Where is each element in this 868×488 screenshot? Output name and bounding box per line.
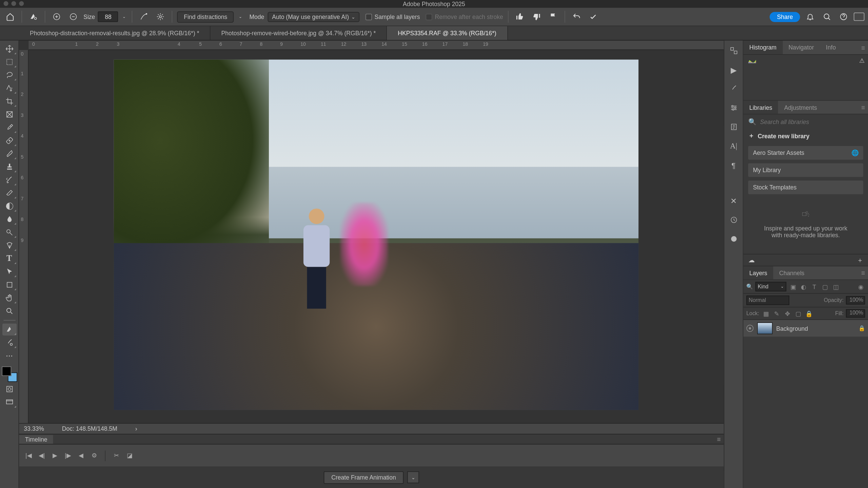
brush-dock-icon[interactable]	[728, 83, 739, 94]
sliders-dock-icon[interactable]	[728, 102, 739, 113]
fill-input[interactable]: 100%	[846, 309, 865, 318]
commit-icon[interactable]	[587, 10, 600, 23]
lasso-tool[interactable]	[2, 69, 16, 81]
lock-position-icon[interactable]: ✥	[783, 309, 791, 318]
layer-thumbnail[interactable]	[757, 322, 773, 334]
blur-tool[interactable]	[2, 213, 16, 225]
window-close-button[interactable]	[4, 1, 8, 6]
library-search-input[interactable]	[760, 119, 863, 125]
zoom-level[interactable]: 33.33%	[24, 425, 44, 432]
filter-search-icon[interactable]: 🔍	[746, 284, 753, 290]
path-select-tool[interactable]	[2, 266, 16, 278]
add-icon[interactable]: ＋	[857, 256, 863, 264]
brush-size-input[interactable]	[98, 11, 118, 22]
properties-dock-icon[interactable]	[728, 233, 739, 244]
ruler-horizontal[interactable]: 0 1 2 3 4 5 6 7 8 9 10 11 12 13 14 15 16…	[28, 41, 724, 50]
timeline-tab[interactable]: Timeline	[19, 435, 53, 444]
doc-size[interactable]: Doc: 148.5M/148.5M	[62, 425, 117, 432]
library-item-stock[interactable]: Stock Templates	[748, 181, 863, 194]
create-frame-dropdown[interactable]: ⌄	[407, 471, 419, 483]
actions-dock-icon[interactable]: ▶	[728, 64, 739, 75]
thumbs-up-icon[interactable]	[513, 10, 527, 23]
library-item-aero[interactable]: Aero Starter Assets🌐	[748, 146, 863, 160]
sample-all-layers-checkbox[interactable]	[366, 14, 372, 20]
opacity-input[interactable]: 100%	[846, 296, 865, 305]
mode-select[interactable]: Auto (May use generative AI)⌄	[268, 12, 360, 22]
quick-mask-icon[interactable]	[2, 383, 16, 395]
create-new-library-button[interactable]: ＋ Create new library	[748, 129, 863, 143]
split-icon[interactable]: ✂	[112, 451, 121, 460]
flag-icon[interactable]	[547, 10, 560, 23]
timeline-menu-icon[interactable]: ≡	[714, 435, 724, 443]
share-button[interactable]: Share	[770, 12, 800, 22]
filter-kind-select[interactable]: Kind⌄	[755, 282, 786, 291]
lock-pixels-icon[interactable]: ✎	[772, 309, 781, 318]
notifications-icon[interactable]	[804, 10, 817, 23]
navigator-tab[interactable]: Navigator	[783, 41, 820, 54]
foreground-color[interactable]	[1, 366, 11, 376]
adjustment-brush-tool[interactable]	[2, 337, 16, 348]
play-icon[interactable]: ▶	[50, 451, 60, 460]
healing-tool[interactable]	[2, 135, 16, 146]
filter-shape-icon[interactable]: ▢	[821, 282, 829, 291]
swatches-dock-icon[interactable]: ✕	[728, 196, 739, 206]
color-dock-icon[interactable]	[728, 45, 739, 56]
channels-tab[interactable]: Channels	[773, 266, 810, 280]
cloud-icon[interactable]: ☁	[748, 256, 755, 264]
layer-row-background[interactable]: Background 🔒	[744, 320, 868, 337]
edit-toolbar[interactable]: ⋯	[2, 350, 16, 362]
thumbs-down-icon[interactable]	[530, 10, 543, 23]
histogram-tab[interactable]: Histogram	[744, 41, 783, 54]
history-brush-tool[interactable]	[2, 174, 16, 186]
crop-tool[interactable]	[2, 95, 16, 107]
shape-tool[interactable]	[2, 279, 16, 291]
layers-tab[interactable]: Layers	[744, 266, 773, 280]
zoom-tool[interactable]	[2, 305, 16, 317]
filter-toggle-icon[interactable]: ◉	[857, 282, 865, 291]
lock-artboard-icon[interactable]: ▢	[794, 309, 802, 318]
panel-menu-icon[interactable]: ≡	[858, 101, 868, 114]
screen-mode-icon[interactable]	[2, 396, 16, 408]
hand-tool[interactable]	[2, 292, 16, 304]
character-dock-icon[interactable]: A|	[728, 141, 739, 151]
ruler-vertical[interactable]: 0 1 2 3 4 5 6 7 8 9	[19, 50, 28, 423]
brush-tool[interactable]	[2, 148, 16, 160]
remove-tool[interactable]	[2, 324, 16, 336]
find-distractions-dropdown[interactable]: ⌄	[237, 12, 243, 21]
filter-smart-icon[interactable]: ◫	[832, 282, 840, 291]
audio-icon[interactable]: ⚙	[90, 451, 99, 460]
transition-icon[interactable]: ◪	[124, 451, 134, 460]
doc-tab-2[interactable]: HKPS3354.RAF @ 33.3% (RGB/16*)	[387, 26, 508, 40]
home-button[interactable]	[4, 10, 17, 23]
lock-transparency-icon[interactable]: ▦	[762, 309, 770, 318]
status-chevron-icon[interactable]: ›	[135, 425, 137, 432]
canvas[interactable]	[28, 50, 724, 423]
first-frame-icon[interactable]: |◀	[24, 451, 33, 460]
histogram-warning-icon[interactable]: ⚠	[859, 57, 865, 64]
type-tool[interactable]: T	[2, 252, 16, 264]
panel-menu-icon[interactable]: ≡	[858, 41, 868, 54]
brush-add-icon[interactable]	[50, 10, 63, 23]
info-tab[interactable]: Info	[820, 41, 842, 54]
window-minimize-button[interactable]	[11, 1, 16, 6]
prev-frame-icon[interactable]: ◀|	[37, 451, 46, 460]
brush-subtract-icon[interactable]	[67, 10, 80, 23]
library-item-my[interactable]: My Library	[748, 163, 863, 177]
size-dropdown[interactable]: ⌄	[121, 12, 127, 21]
stamp-tool[interactable]	[2, 161, 16, 173]
libraries-tab[interactable]: Libraries	[744, 101, 778, 114]
workspace-icon[interactable]	[854, 13, 865, 21]
layer-visibility-icon[interactable]	[746, 325, 753, 332]
gradient-tool[interactable]	[2, 200, 16, 212]
next-frame-icon[interactable]: |▶	[63, 451, 73, 460]
find-distractions-button[interactable]: Find distractions	[177, 11, 234, 22]
eraser-tool[interactable]	[2, 187, 16, 199]
dodge-tool[interactable]	[2, 226, 16, 238]
search-icon[interactable]	[820, 10, 833, 23]
filter-type-icon[interactable]: T	[810, 282, 818, 291]
frame-tool[interactable]	[2, 108, 16, 120]
create-frame-animation-button[interactable]: Create Frame Animation	[323, 471, 403, 484]
lock-all-icon[interactable]: 🔒	[805, 309, 813, 318]
filter-pixel-icon[interactable]: ▣	[789, 282, 797, 291]
last-frame-icon[interactable]: ◀	[76, 451, 86, 460]
